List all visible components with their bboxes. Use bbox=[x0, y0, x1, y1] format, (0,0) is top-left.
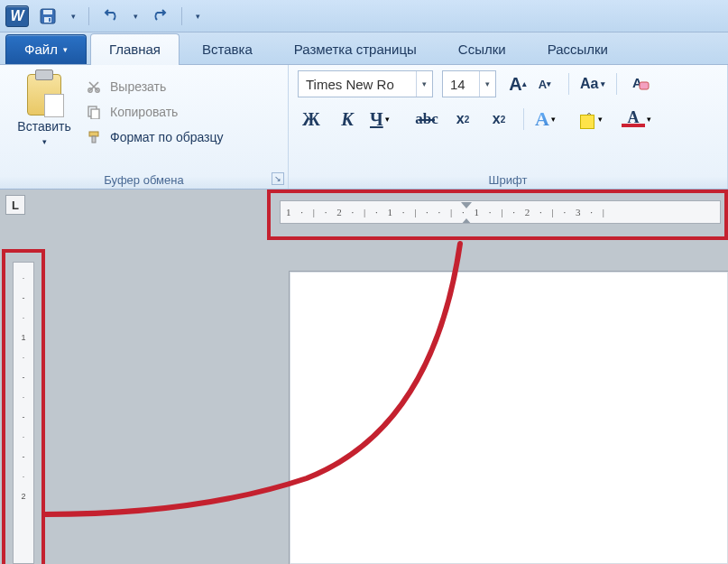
tab-home[interactable]: Главная bbox=[90, 33, 180, 65]
group-clipboard-label: Буфер обмена bbox=[0, 173, 288, 187]
redo-button[interactable] bbox=[149, 5, 172, 28]
chevron-down-icon: ▾ bbox=[71, 12, 76, 21]
ruler-tick: - bbox=[23, 447, 25, 467]
chevron-down-icon: ▾ bbox=[416, 71, 432, 97]
qat-separator bbox=[88, 7, 89, 25]
scissors-icon bbox=[85, 78, 103, 96]
subscript-button[interactable]: x2 bbox=[449, 106, 476, 132]
format-painter-label: Формат по образцу bbox=[110, 130, 224, 144]
chevron-down-icon: ▾ bbox=[601, 79, 605, 88]
ruler-marks: 1 · | · 2 · | · 1 · | · · | · 1 · | · 2 … bbox=[286, 207, 608, 217]
qat-customize-dropdown[interactable]: ▾ bbox=[191, 5, 204, 28]
horizontal-ruler[interactable]: 1 · | · 2 · | · 1 · | · · | · 1 · | · 2 … bbox=[280, 200, 721, 224]
svg-rect-9 bbox=[92, 136, 96, 143]
qat-save-dropdown[interactable]: ▾ bbox=[67, 5, 79, 28]
tab-stop-selector[interactable]: L bbox=[5, 195, 25, 215]
separator bbox=[523, 108, 524, 130]
copy-icon bbox=[85, 103, 103, 121]
ruler-tick: 1 bbox=[21, 328, 25, 347]
tab-mailings[interactable]: Рассылки bbox=[529, 33, 627, 64]
ruler-tick: - bbox=[23, 288, 25, 308]
italic-button[interactable]: К bbox=[334, 106, 361, 132]
copy-label: Копировать bbox=[110, 105, 178, 119]
copy-button[interactable]: Копировать bbox=[85, 99, 224, 125]
font-color-icon: A bbox=[622, 111, 645, 127]
bold-button[interactable]: Ж bbox=[298, 106, 325, 132]
svg-rect-8 bbox=[89, 132, 98, 136]
text-effects-button[interactable]: A ▾ bbox=[535, 106, 569, 132]
clear-formatting-icon: A bbox=[631, 75, 650, 93]
subscript-base: x bbox=[456, 111, 465, 127]
ruler-tick: · bbox=[23, 308, 25, 328]
shrink-font-icon: A bbox=[539, 78, 547, 91]
indent-marker[interactable] bbox=[461, 201, 472, 224]
qat-undo-dropdown[interactable]: ▾ bbox=[129, 5, 142, 28]
app-icon: W bbox=[5, 5, 29, 27]
ruler-tick: - bbox=[23, 407, 25, 427]
ribbon: Вставить ▾ Вырезать Копировать Формат bbox=[0, 65, 728, 190]
group-font: Times New Ro ▾ 14 ▾ A▴ A▾ Aa ▾ bbox=[289, 65, 728, 189]
underline-icon: Ч bbox=[370, 106, 383, 132]
chevron-down-icon: ▾ bbox=[647, 115, 651, 124]
caret-up-icon: ▴ bbox=[522, 79, 527, 88]
ruler-tick: · bbox=[23, 387, 25, 407]
svg-rect-1 bbox=[43, 10, 52, 14]
chevron-down-icon: ▾ bbox=[551, 115, 556, 124]
vertical-ruler[interactable]: · - · 1 · - · - · - · 2 bbox=[13, 262, 34, 564]
svg-rect-7 bbox=[91, 109, 99, 119]
save-button[interactable] bbox=[36, 5, 60, 28]
ruler-tick: · bbox=[23, 427, 25, 447]
qat-separator bbox=[181, 7, 182, 25]
format-painter-button[interactable]: Формат по образцу bbox=[85, 125, 224, 150]
save-icon bbox=[40, 8, 56, 24]
chevron-down-icon: ▾ bbox=[134, 12, 138, 21]
cut-label: Вырезать bbox=[110, 79, 166, 94]
font-size-value: 14 bbox=[443, 77, 479, 92]
change-case-button[interactable]: Aa ▾ bbox=[580, 76, 605, 92]
group-font-label: Шрифт bbox=[289, 173, 727, 187]
document-page[interactable] bbox=[289, 271, 728, 564]
font-name-combo[interactable]: Times New Ro ▾ bbox=[298, 70, 433, 97]
caret-down-icon: ▾ bbox=[547, 79, 551, 88]
document-area: L 1 · | · 2 · | · 1 · | · · | · 1 · | · … bbox=[0, 190, 728, 564]
clipboard-dialog-launcher[interactable]: ↘ bbox=[272, 172, 284, 185]
svg-rect-3 bbox=[49, 18, 51, 22]
grow-font-button[interactable]: A▴ bbox=[505, 71, 530, 97]
highlight-icon bbox=[578, 109, 596, 129]
underline-button[interactable]: Ч ▾ bbox=[370, 106, 404, 132]
tab-stop-glyph: L bbox=[12, 199, 19, 212]
grow-font-icon: A bbox=[509, 74, 521, 95]
cut-button[interactable]: Вырезать bbox=[85, 74, 224, 99]
ruler-tick: · bbox=[23, 347, 25, 367]
chevron-down-icon: ▾ bbox=[479, 71, 495, 97]
subscript-sub: 2 bbox=[465, 115, 470, 125]
undo-icon bbox=[101, 9, 119, 23]
ruler-tick: - bbox=[23, 367, 25, 387]
redo-icon bbox=[152, 9, 170, 23]
shrink-font-button[interactable]: A▾ bbox=[532, 71, 558, 97]
chevron-down-icon: ▾ bbox=[598, 115, 603, 124]
ruler-tick: · bbox=[23, 467, 25, 486]
highlight-color-button[interactable]: ▾ bbox=[578, 109, 613, 129]
font-color-button[interactable]: A ▾ bbox=[622, 111, 656, 127]
separator bbox=[616, 73, 617, 95]
undo-button[interactable] bbox=[98, 5, 122, 28]
separator bbox=[568, 73, 569, 95]
paste-icon bbox=[27, 74, 61, 116]
tab-file-label: Файл bbox=[24, 42, 58, 57]
superscript-button[interactable]: x2 bbox=[485, 106, 512, 132]
tab-references[interactable]: Ссылки bbox=[439, 33, 525, 64]
strikethrough-button[interactable]: abc bbox=[413, 106, 440, 132]
clear-formatting-button[interactable]: A bbox=[628, 71, 653, 97]
svg-rect-11 bbox=[640, 82, 649, 89]
font-name-value: Times New Ro bbox=[299, 77, 416, 92]
tab-page-layout[interactable]: Разметка страницы bbox=[275, 33, 436, 64]
paste-button[interactable]: Вставить ▾ bbox=[13, 70, 76, 187]
text-effects-icon: A bbox=[535, 106, 549, 132]
ruler-tick: · bbox=[23, 268, 25, 288]
font-size-combo[interactable]: 14 ▾ bbox=[442, 70, 496, 97]
tab-insert[interactable]: Вставка bbox=[183, 33, 272, 64]
ribbon-tabs: Файл ▾ Главная Вставка Разметка страницы… bbox=[0, 32, 728, 65]
format-painter-icon bbox=[85, 128, 103, 146]
tab-file[interactable]: Файл ▾ bbox=[5, 34, 87, 64]
